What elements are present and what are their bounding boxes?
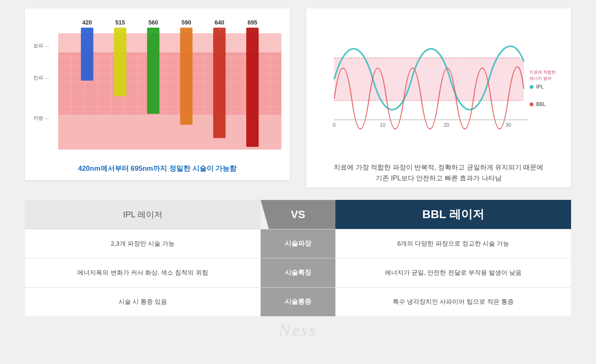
svg-text:640: 640	[214, 19, 224, 26]
ipl-cell-3: 시술 시 통증 있음	[25, 288, 261, 316]
label-cell-3: 시술통증	[261, 288, 335, 316]
svg-rect-2	[114, 28, 126, 96]
svg-rect-4	[147, 28, 160, 114]
svg-text:560: 560	[148, 19, 158, 26]
svg-point-24	[530, 103, 533, 106]
wavelength-bars-svg: 420 515 560 590 640 695	[58, 17, 281, 158]
svg-point-22	[530, 85, 533, 89]
charts-row: 표피 진피 지방 420 515	[25, 8, 571, 187]
skin-chart: 표피 진피 지방 420 515	[33, 17, 281, 158]
header-bbl: BBL 레이저	[335, 200, 571, 229]
comparison-row-2: 에너지폭의 변화가 커서 화상, 색소 침착의 위험 시술특징 에너지가 균일,…	[25, 258, 571, 287]
svg-rect-6	[180, 28, 192, 125]
bbl-cell-2: 에너지가 균일, 안전한 전달로 부작용 발생이 낮음	[335, 258, 571, 287]
skin-labels: 표피 진피 지방	[33, 33, 57, 150]
header-ipl: IPL 레이저	[25, 200, 261, 229]
wave-chart-card: 치료에 적합한 에너지 범위 0 10 20 30 IPL	[306, 8, 571, 187]
bbl-cell-1: 6개의 다양한 파장으로 정교한 시술 가능	[335, 229, 571, 258]
ipl-cell-1: 2,3개 파장만 시술 가능	[25, 229, 261, 258]
comparison-header: IPL 레이저 VS BBL 레이저	[25, 200, 571, 229]
svg-text:420: 420	[82, 19, 92, 26]
svg-text:에너지 범위: 에너지 범위	[530, 76, 552, 81]
svg-text:10: 10	[380, 122, 386, 128]
svg-text:515: 515	[116, 19, 125, 26]
svg-rect-0	[81, 28, 94, 81]
watermark: Ness	[25, 320, 571, 340]
header-vs: VS	[261, 200, 335, 229]
svg-text:BBL: BBL	[536, 101, 546, 107]
svg-rect-12	[334, 58, 524, 101]
wave-svg: 치료에 적합한 에너지 범위 0 10 20 30 IPL	[319, 21, 559, 145]
svg-text:30: 30	[505, 122, 511, 128]
svg-text:20: 20	[443, 122, 449, 128]
dermis-label: 진피	[33, 74, 57, 81]
bbl-cell-3: 특수 냉각장치인 사파이어 팁으로 적은 통증	[335, 288, 571, 316]
svg-text:590: 590	[182, 19, 191, 26]
svg-text:치료에 적합한: 치료에 적합한	[530, 70, 556, 74]
skin-chart-card: 표피 진피 지방 420 515	[25, 8, 290, 180]
label-cell-2: 시술특징	[261, 258, 335, 287]
svg-text:695: 695	[248, 19, 257, 26]
svg-text:IPL: IPL	[536, 84, 544, 90]
comparison-row-3: 시술 시 통증 있음 시술통증 특수 냉각장치인 사파이어 팁으로 적은 통증	[25, 287, 571, 316]
svg-text:0: 0	[333, 122, 336, 128]
comparison-row-1: 2,3개 파장만 시술 가능 시술파장 6개의 다양한 파장으로 정교한 시술 …	[25, 229, 571, 258]
epi-label: 표피	[33, 42, 57, 49]
chart1-caption: 420nm에서부터 695nm까지 정밀한 시술이 가능함	[33, 164, 281, 173]
chart2-caption: 치료에 가장 적합한 파장이 반복적, 정확하고 균일하게 유지되기 때문에 기…	[315, 162, 563, 183]
page-wrapper: 표피 진피 지방 420 515	[0, 0, 596, 352]
svg-rect-8	[213, 28, 226, 138]
fat-label: 지방	[33, 115, 57, 122]
comparison-section: IPL 레이저 VS BBL 레이저 2,3개 파장만 시술 가능 시술파장 6…	[25, 200, 571, 316]
wave-chart: 치료에 적합한 에너지 범위 0 10 20 30 IPL	[315, 17, 563, 158]
label-cell-1: 시술파장	[261, 229, 335, 258]
ipl-cell-2: 에너지폭의 변화가 커서 화상, 색소 침착의 위험	[25, 258, 261, 287]
svg-rect-10	[246, 28, 259, 147]
